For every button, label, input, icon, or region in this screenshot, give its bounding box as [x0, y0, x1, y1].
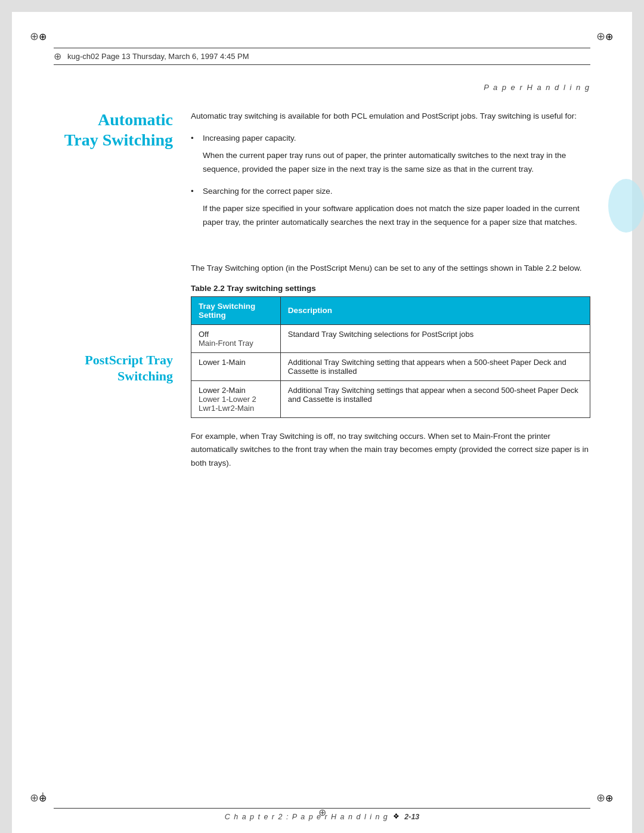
- left-column: Automatic Tray Switching PostScript Tray…: [54, 110, 173, 479]
- col-header-description: Description: [280, 296, 590, 324]
- corner-mark-tl: ⊕: [30, 30, 48, 48]
- header-bar: ⊕ kug-ch02 Page 13 Thursday, March 6, 19…: [54, 48, 590, 65]
- table-row: Off Main-Front Tray Standard Tray Switch…: [191, 324, 590, 352]
- bullet-detail-1: When the current paper tray runs out of …: [203, 149, 590, 176]
- table-cell-desc-2: Additional Tray Switching setting that a…: [280, 352, 590, 380]
- section-header-label: P a p e r H a n d l i n g: [54, 83, 590, 92]
- table-caption: Table 2.2 Tray switching settings: [191, 284, 590, 293]
- section1-intro: Automatic tray switching is available fo…: [191, 110, 590, 123]
- table-cell-setting-3: Lower 2-Main Lower 1-Lower 2 Lwr1-Lwr2-M…: [191, 380, 281, 417]
- section2-title-line2: Switching: [117, 368, 173, 383]
- section-gap: [191, 238, 590, 262]
- header-crosshair-icon: ⊕: [54, 51, 61, 62]
- footer-page-number: 2-13: [404, 813, 419, 821]
- corner-mark-tr: ⊕: [596, 30, 614, 48]
- table-row: Lower 1-Main Additional Tray Switching s…: [191, 352, 590, 380]
- bullet-item-2: Searching for the correct paper size. If…: [191, 185, 590, 230]
- table-cell-desc-3: Additional Tray Switching settings that …: [280, 380, 590, 417]
- right-column: Automatic tray switching is available fo…: [191, 110, 590, 479]
- section1-title: Automatic Tray Switching: [54, 110, 173, 150]
- table-cell-desc-1: Standard Tray Switching selections for P…: [280, 324, 590, 352]
- footer-diamond: ❖: [393, 812, 400, 821]
- section1-title-line2: Tray Switching: [64, 131, 173, 149]
- section1-bullets: Increasing paper capacity. When the curr…: [191, 132, 590, 230]
- tray-switching-table: Tray Switching Setting Description Off M…: [191, 296, 590, 418]
- section2-title-line1: PostScript Tray: [85, 352, 173, 367]
- table-cell-setting-1: Off Main-Front Tray: [191, 324, 281, 352]
- header-file-info: kug-ch02 Page 13 Thursday, March 6, 1997…: [67, 52, 249, 61]
- table-cell-setting-2: Lower 1-Main: [191, 352, 281, 380]
- section1-title-line1: Automatic: [98, 110, 173, 129]
- section2-intro: The Tray Switching option (in the PostSc…: [191, 262, 590, 275]
- section2-title: PostScript Tray Switching: [54, 352, 173, 384]
- page-footer: C h a p t e r 2 : P a p e r H a n d l i …: [54, 808, 590, 821]
- main-content: Automatic Tray Switching PostScript Tray…: [54, 110, 590, 479]
- corner-mark-br: ⊕: [596, 791, 614, 809]
- bullet-detail-2: If the paper size specified in your soft…: [203, 202, 590, 230]
- decorative-circle: [608, 179, 644, 233]
- l-mark: L: [42, 791, 47, 800]
- table-row: Lower 2-Main Lower 1-Lower 2 Lwr1-Lwr2-M…: [191, 380, 590, 417]
- bullet-item-1: Increasing paper capacity. When the curr…: [191, 132, 590, 176]
- section2-conclusion: For example, when Tray Switching is off,…: [191, 430, 590, 471]
- col-header-setting: Tray Switching Setting: [191, 296, 281, 324]
- table-header-row: Tray Switching Setting Description: [191, 296, 590, 324]
- footer-chapter-text: C h a p t e r 2 : P a p e r H a n d l i …: [225, 813, 389, 821]
